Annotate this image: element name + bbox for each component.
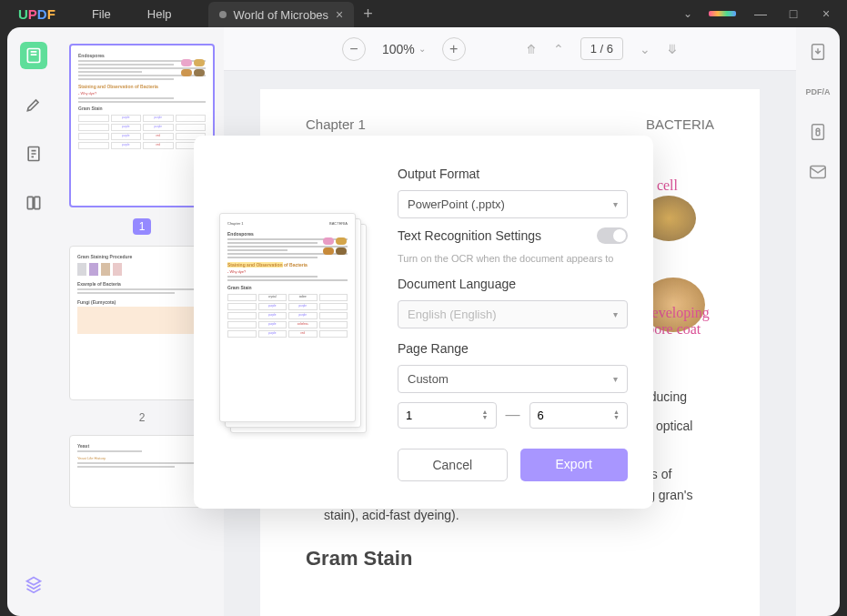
tab-title: World of Microbes (234, 8, 329, 22)
titlebar: UPDF File Help World of Microbes × + ⌄ —… (0, 0, 847, 27)
chevron-down-icon[interactable]: ⌄ (683, 7, 692, 20)
page-from-input[interactable]: 1 ▲▼ (398, 402, 497, 429)
page-range-select[interactable]: Custom ▾ (398, 365, 628, 393)
tab-dot-icon (219, 11, 227, 18)
range-dash: — (506, 407, 520, 423)
ocr-toggle[interactable] (597, 227, 628, 244)
page-to-value: 6 (538, 409, 544, 422)
close-icon[interactable]: × (818, 6, 834, 21)
modal-overlay: Chapter 1BACTERIA Endospores Staining an… (7, 27, 840, 616)
page-to-input[interactable]: 6 ▲▼ (529, 402, 629, 429)
output-format-value: PowerPoint (.pptx) (408, 197, 505, 211)
spin-down-icon[interactable]: ▼ (482, 415, 489, 420)
output-format-label: Output Format (398, 167, 628, 181)
language-value: English (English) (408, 308, 497, 321)
cancel-button[interactable]: Cancel (398, 449, 508, 481)
document-tab[interactable]: World of Microbes × (208, 2, 355, 27)
page-from-value: 1 (406, 409, 412, 422)
export-button[interactable]: Export (520, 449, 629, 481)
chevron-down-icon: ▾ (613, 199, 618, 209)
minimize-icon[interactable]: — (752, 6, 769, 21)
chevron-down-icon: ▾ (613, 374, 618, 384)
tab-add-icon[interactable]: + (363, 5, 373, 24)
main-area: Endospores Staining and Observation of B… (7, 27, 840, 616)
app-logo: UPDF (0, 6, 74, 22)
ocr-hint: Turn on the OCR when the document appear… (398, 253, 628, 264)
menu-help[interactable]: Help (129, 7, 190, 21)
menu-file[interactable]: File (74, 7, 129, 21)
language-select[interactable]: English (English) ▾ (398, 300, 628, 328)
page-range-label: Page Range (398, 341, 628, 356)
page-range-value: Custom (408, 372, 449, 386)
tab-close-icon[interactable]: × (336, 7, 343, 22)
spin-down-icon[interactable]: ▼ (613, 415, 620, 420)
export-preview: Chapter 1BACTERIA Endospores Staining an… (219, 163, 374, 481)
theme-strip-icon[interactable] (709, 11, 736, 16)
language-label: Document Language (398, 277, 628, 291)
export-dialog: Chapter 1BACTERIA Endospores Staining an… (194, 136, 653, 509)
ocr-label: Text Recognition Settings (398, 228, 541, 243)
maximize-icon[interactable]: □ (785, 6, 802, 21)
chevron-down-icon: ▾ (613, 309, 618, 319)
output-format-select[interactable]: PowerPoint (.pptx) ▾ (398, 190, 628, 218)
export-form: Output Format PowerPoint (.pptx) ▾ Text … (398, 163, 628, 481)
